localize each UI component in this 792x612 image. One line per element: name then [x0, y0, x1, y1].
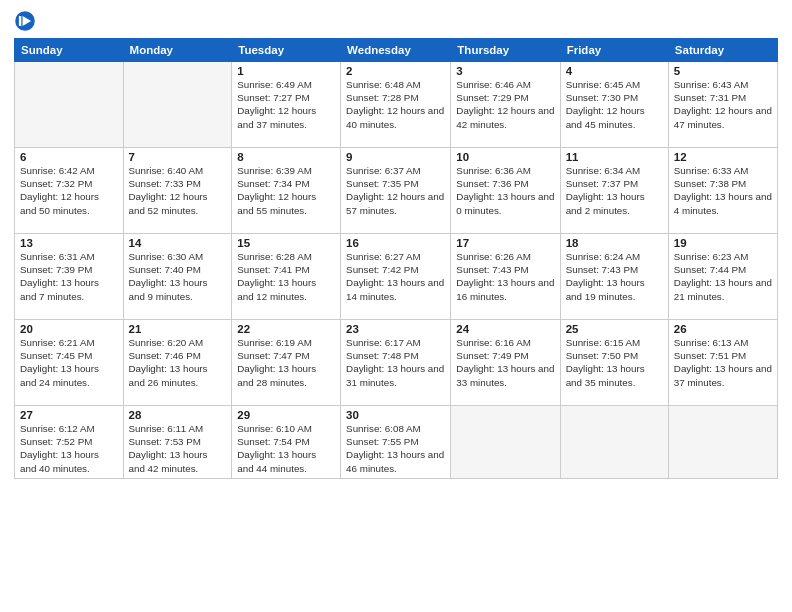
calendar-cell: 29Sunrise: 6:10 AM Sunset: 7:54 PM Dayli…: [232, 406, 341, 479]
day-number: 5: [674, 65, 772, 77]
day-number: 9: [346, 151, 445, 163]
calendar-cell: 16Sunrise: 6:27 AM Sunset: 7:42 PM Dayli…: [341, 234, 451, 320]
calendar-cell: 26Sunrise: 6:13 AM Sunset: 7:51 PM Dayli…: [668, 320, 777, 406]
calendar-cell: 4Sunrise: 6:45 AM Sunset: 7:30 PM Daylig…: [560, 62, 668, 148]
day-info: Sunrise: 6:34 AM Sunset: 7:37 PM Dayligh…: [566, 164, 663, 217]
calendar-cell: 20Sunrise: 6:21 AM Sunset: 7:45 PM Dayli…: [15, 320, 124, 406]
day-info: Sunrise: 6:45 AM Sunset: 7:30 PM Dayligh…: [566, 78, 663, 131]
calendar-cell: 27Sunrise: 6:12 AM Sunset: 7:52 PM Dayli…: [15, 406, 124, 479]
calendar-week-4: 20Sunrise: 6:21 AM Sunset: 7:45 PM Dayli…: [15, 320, 778, 406]
calendar-cell: 23Sunrise: 6:17 AM Sunset: 7:48 PM Dayli…: [341, 320, 451, 406]
logo-icon: [14, 10, 36, 32]
day-number: 16: [346, 237, 445, 249]
day-info: Sunrise: 6:31 AM Sunset: 7:39 PM Dayligh…: [20, 250, 118, 303]
day-info: Sunrise: 6:15 AM Sunset: 7:50 PM Dayligh…: [566, 336, 663, 389]
calendar-cell: [560, 406, 668, 479]
calendar-week-2: 6Sunrise: 6:42 AM Sunset: 7:32 PM Daylig…: [15, 148, 778, 234]
day-number: 29: [237, 409, 335, 421]
day-info: Sunrise: 6:37 AM Sunset: 7:35 PM Dayligh…: [346, 164, 445, 217]
calendar-cell: 6Sunrise: 6:42 AM Sunset: 7:32 PM Daylig…: [15, 148, 124, 234]
calendar-week-1: 1Sunrise: 6:49 AM Sunset: 7:27 PM Daylig…: [15, 62, 778, 148]
day-info: Sunrise: 6:48 AM Sunset: 7:28 PM Dayligh…: [346, 78, 445, 131]
day-info: Sunrise: 6:16 AM Sunset: 7:49 PM Dayligh…: [456, 336, 554, 389]
page-header: [14, 10, 778, 32]
day-info: Sunrise: 6:21 AM Sunset: 7:45 PM Dayligh…: [20, 336, 118, 389]
calendar-week-3: 13Sunrise: 6:31 AM Sunset: 7:39 PM Dayli…: [15, 234, 778, 320]
day-number: 17: [456, 237, 554, 249]
day-info: Sunrise: 6:24 AM Sunset: 7:43 PM Dayligh…: [566, 250, 663, 303]
day-header-monday: Monday: [123, 39, 232, 62]
calendar-week-5: 27Sunrise: 6:12 AM Sunset: 7:52 PM Dayli…: [15, 406, 778, 479]
calendar-cell: 3Sunrise: 6:46 AM Sunset: 7:29 PM Daylig…: [451, 62, 560, 148]
logo: [14, 10, 40, 32]
day-info: Sunrise: 6:11 AM Sunset: 7:53 PM Dayligh…: [129, 422, 227, 475]
calendar-cell: 24Sunrise: 6:16 AM Sunset: 7:49 PM Dayli…: [451, 320, 560, 406]
calendar-cell: 10Sunrise: 6:36 AM Sunset: 7:36 PM Dayli…: [451, 148, 560, 234]
day-number: 12: [674, 151, 772, 163]
day-number: 21: [129, 323, 227, 335]
day-info: Sunrise: 6:10 AM Sunset: 7:54 PM Dayligh…: [237, 422, 335, 475]
day-number: 18: [566, 237, 663, 249]
calendar-body: 1Sunrise: 6:49 AM Sunset: 7:27 PM Daylig…: [15, 62, 778, 479]
day-info: Sunrise: 6:39 AM Sunset: 7:34 PM Dayligh…: [237, 164, 335, 217]
calendar-cell: 30Sunrise: 6:08 AM Sunset: 7:55 PM Dayli…: [341, 406, 451, 479]
day-info: Sunrise: 6:08 AM Sunset: 7:55 PM Dayligh…: [346, 422, 445, 475]
calendar-cell: 1Sunrise: 6:49 AM Sunset: 7:27 PM Daylig…: [232, 62, 341, 148]
day-number: 4: [566, 65, 663, 77]
day-header-saturday: Saturday: [668, 39, 777, 62]
day-number: 3: [456, 65, 554, 77]
day-number: 7: [129, 151, 227, 163]
day-header-sunday: Sunday: [15, 39, 124, 62]
day-info: Sunrise: 6:36 AM Sunset: 7:36 PM Dayligh…: [456, 164, 554, 217]
day-info: Sunrise: 6:43 AM Sunset: 7:31 PM Dayligh…: [674, 78, 772, 131]
day-info: Sunrise: 6:49 AM Sunset: 7:27 PM Dayligh…: [237, 78, 335, 131]
day-number: 19: [674, 237, 772, 249]
day-number: 26: [674, 323, 772, 335]
day-number: 2: [346, 65, 445, 77]
calendar-cell: 25Sunrise: 6:15 AM Sunset: 7:50 PM Dayli…: [560, 320, 668, 406]
calendar-cell: [15, 62, 124, 148]
calendar-cell: 19Sunrise: 6:23 AM Sunset: 7:44 PM Dayli…: [668, 234, 777, 320]
calendar-cell: 13Sunrise: 6:31 AM Sunset: 7:39 PM Dayli…: [15, 234, 124, 320]
day-info: Sunrise: 6:23 AM Sunset: 7:44 PM Dayligh…: [674, 250, 772, 303]
svg-rect-2: [19, 16, 21, 26]
calendar-table: SundayMondayTuesdayWednesdayThursdayFrid…: [14, 38, 778, 479]
day-number: 8: [237, 151, 335, 163]
calendar-cell: [451, 406, 560, 479]
calendar-cell: 9Sunrise: 6:37 AM Sunset: 7:35 PM Daylig…: [341, 148, 451, 234]
calendar-cell: [668, 406, 777, 479]
day-header-thursday: Thursday: [451, 39, 560, 62]
day-number: 13: [20, 237, 118, 249]
day-header-wednesday: Wednesday: [341, 39, 451, 62]
day-info: Sunrise: 6:27 AM Sunset: 7:42 PM Dayligh…: [346, 250, 445, 303]
calendar-header-row: SundayMondayTuesdayWednesdayThursdayFrid…: [15, 39, 778, 62]
day-info: Sunrise: 6:20 AM Sunset: 7:46 PM Dayligh…: [129, 336, 227, 389]
day-number: 11: [566, 151, 663, 163]
day-number: 27: [20, 409, 118, 421]
day-number: 1: [237, 65, 335, 77]
calendar-cell: 11Sunrise: 6:34 AM Sunset: 7:37 PM Dayli…: [560, 148, 668, 234]
day-header-friday: Friday: [560, 39, 668, 62]
calendar-cell: 21Sunrise: 6:20 AM Sunset: 7:46 PM Dayli…: [123, 320, 232, 406]
calendar-cell: [123, 62, 232, 148]
day-info: Sunrise: 6:26 AM Sunset: 7:43 PM Dayligh…: [456, 250, 554, 303]
calendar-cell: 8Sunrise: 6:39 AM Sunset: 7:34 PM Daylig…: [232, 148, 341, 234]
calendar-cell: 17Sunrise: 6:26 AM Sunset: 7:43 PM Dayli…: [451, 234, 560, 320]
day-number: 14: [129, 237, 227, 249]
calendar-cell: 15Sunrise: 6:28 AM Sunset: 7:41 PM Dayli…: [232, 234, 341, 320]
day-info: Sunrise: 6:46 AM Sunset: 7:29 PM Dayligh…: [456, 78, 554, 131]
calendar-cell: 7Sunrise: 6:40 AM Sunset: 7:33 PM Daylig…: [123, 148, 232, 234]
day-number: 30: [346, 409, 445, 421]
calendar-cell: 5Sunrise: 6:43 AM Sunset: 7:31 PM Daylig…: [668, 62, 777, 148]
day-number: 22: [237, 323, 335, 335]
day-info: Sunrise: 6:28 AM Sunset: 7:41 PM Dayligh…: [237, 250, 335, 303]
calendar-cell: 14Sunrise: 6:30 AM Sunset: 7:40 PM Dayli…: [123, 234, 232, 320]
day-info: Sunrise: 6:30 AM Sunset: 7:40 PM Dayligh…: [129, 250, 227, 303]
day-number: 24: [456, 323, 554, 335]
day-number: 25: [566, 323, 663, 335]
day-info: Sunrise: 6:17 AM Sunset: 7:48 PM Dayligh…: [346, 336, 445, 389]
calendar-cell: 18Sunrise: 6:24 AM Sunset: 7:43 PM Dayli…: [560, 234, 668, 320]
day-number: 10: [456, 151, 554, 163]
day-info: Sunrise: 6:42 AM Sunset: 7:32 PM Dayligh…: [20, 164, 118, 217]
day-info: Sunrise: 6:13 AM Sunset: 7:51 PM Dayligh…: [674, 336, 772, 389]
